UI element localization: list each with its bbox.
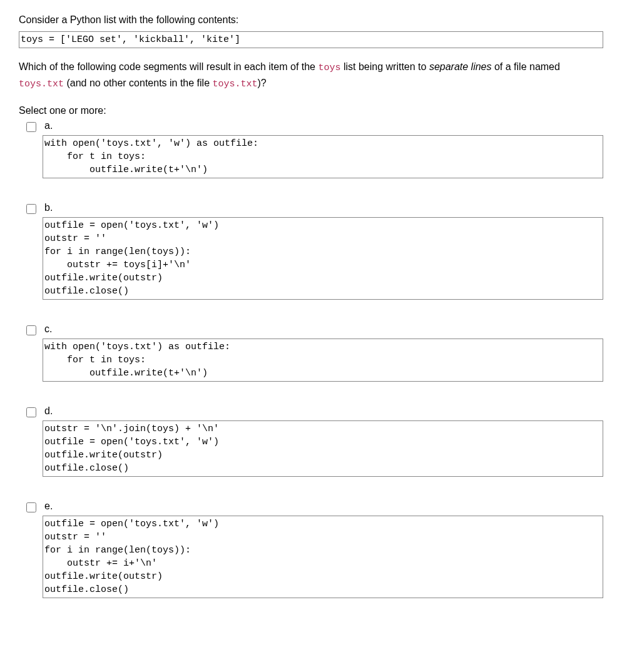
checkbox-e[interactable] xyxy=(26,502,36,512)
intro-code-block: toys = ['LEGO set', 'kickball', 'kite'] xyxy=(19,31,603,48)
option-label-a: a. xyxy=(44,120,53,131)
code-block-c: with open('toys.txt') as outfile: for t … xyxy=(43,339,603,382)
option-a: a. with open('toys.txt', 'w') as outfile… xyxy=(26,120,603,178)
code-block-e: outfile = open('toys.txt', 'w') outstr =… xyxy=(43,516,603,598)
q-mid2: of a file named xyxy=(492,61,560,72)
q-code-file2: toys.txt xyxy=(213,79,258,89)
options-container: a. with open('toys.txt', 'w') as outfile… xyxy=(19,120,603,598)
option-label-b: b. xyxy=(44,202,53,213)
intro-text: Consider a Python list with the followin… xyxy=(19,14,238,25)
q-mid1: list being written to xyxy=(340,61,429,72)
checkbox-c[interactable] xyxy=(26,325,36,335)
q-italic: separate lines xyxy=(429,61,492,72)
option-label-d: d. xyxy=(44,405,53,417)
code-block-a: with open('toys.txt', 'w') as outfile: f… xyxy=(43,135,603,178)
checkbox-a[interactable] xyxy=(26,122,36,132)
checkbox-d[interactable] xyxy=(26,407,36,417)
option-label-e: e. xyxy=(44,501,53,512)
select-prompt: Select one or more: xyxy=(19,105,603,116)
option-d: d. outstr = '\n'.join(toys) + '\n' outfi… xyxy=(26,405,603,477)
option-c: c. with open('toys.txt') as outfile: for… xyxy=(26,323,603,382)
q-prefix: Which of the following code segments wil… xyxy=(19,61,318,72)
q-code-toys: toys xyxy=(318,63,340,73)
option-b: b. outfile = open('toys.txt', 'w') outst… xyxy=(26,202,603,300)
q-code-file1: toys.txt xyxy=(19,79,64,89)
checkbox-b[interactable] xyxy=(26,204,36,214)
question-intro-line: Consider a Python list with the followin… xyxy=(19,13,603,28)
question-body: Which of the following code segments wil… xyxy=(19,59,603,91)
q-mid3: (and no other contents in the file xyxy=(64,78,212,88)
code-block-b: outfile = open('toys.txt', 'w') outstr =… xyxy=(43,217,603,300)
option-label-c: c. xyxy=(44,323,52,335)
q-end: )? xyxy=(258,78,267,88)
code-block-d: outstr = '\n'.join(toys) + '\n' outfile … xyxy=(43,420,603,477)
option-e: e. outfile = open('toys.txt', 'w') outst… xyxy=(26,501,603,598)
